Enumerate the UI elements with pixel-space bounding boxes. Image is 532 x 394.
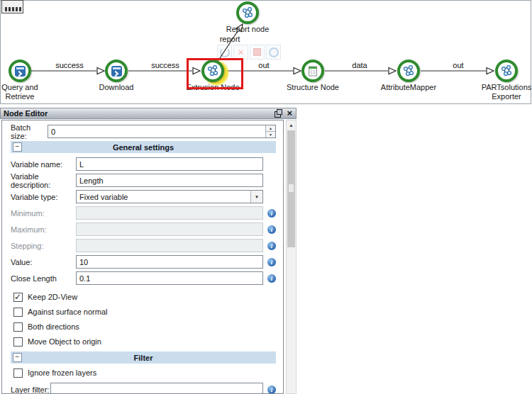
variable-type-label: Variable type:	[11, 193, 76, 201]
value-label: Value:	[11, 258, 76, 266]
close-length-label: Close Length	[11, 274, 76, 283]
variable-type-select[interactable]: Fixed variable ▼	[76, 190, 263, 203]
section-title: Filter	[11, 354, 276, 362]
variable-name-label: Variable name:	[11, 160, 76, 169]
minimum-label: Minimum:	[11, 209, 76, 218]
node-label: Download	[82, 83, 150, 92]
node-editor-titlebar[interactable]: Node Editor ×	[0, 108, 297, 119]
node-download[interactable]: Download	[82, 60, 150, 92]
edge-label-out-1: out	[258, 61, 269, 69]
close-length-row: Close Length i	[11, 271, 276, 285]
both-directions-row: Both directions	[13, 322, 276, 332]
minimum-row: Minimum: i	[11, 206, 276, 220]
workflow-canvas[interactable]: ✕ success success out data out report Qu…	[0, 0, 531, 104]
info-icon[interactable]: i	[267, 274, 276, 283]
node-label: AttributeMapper	[375, 83, 443, 92]
stepping-input	[76, 239, 263, 252]
batch-size-label: Batch size:	[11, 123, 48, 140]
value-input[interactable]	[76, 255, 263, 269]
info-icon[interactable]: i	[267, 385, 276, 394]
network-icon	[403, 65, 414, 77]
filter-header: − Filter	[11, 351, 276, 364]
node-ring	[201, 60, 224, 82]
node-attributemapper[interactable]: AttributeMapper	[375, 60, 443, 92]
close-length-input[interactable]	[76, 271, 263, 285]
info-icon[interactable]: i	[267, 258, 276, 266]
ignore-frozen-layers-row: Ignore frozen layers	[13, 368, 276, 378]
vertical-scrollbar[interactable]: ▲	[286, 120, 297, 394]
network-icon	[242, 7, 253, 18]
node-partsolutions-exporter[interactable]: PARTsolutionsExporter	[472, 60, 532, 101]
node-ring	[495, 60, 518, 82]
maximum-input	[76, 223, 263, 236]
edge-label-out-2: out	[453, 61, 463, 69]
keep-2d-view-row: Keep 2D-View	[13, 292, 276, 302]
edge-label-success-2: success	[151, 61, 179, 69]
node-structure[interactable]: Structure Node	[279, 60, 347, 92]
network-icon	[207, 65, 218, 77]
info-icon[interactable]: i	[267, 209, 276, 218]
scroll-up-icon[interactable]: ▲	[287, 120, 296, 130]
value-row: Value: i	[11, 255, 276, 269]
batch-size-row: Batch size: ▲▼	[11, 125, 276, 138]
stepping-label: Stepping:	[11, 242, 76, 250]
node-report[interactable]: Report node	[214, 1, 282, 34]
node-query-and-retrieve[interactable]: Query andRetrieve	[0, 60, 54, 101]
edge-label-success-1: success	[55, 61, 84, 69]
variable-type-row: Variable type: Fixed variable ▼	[11, 190, 276, 203]
node-label: Query and	[0, 83, 54, 92]
chevron-down-icon[interactable]: ▼	[250, 191, 262, 203]
against-surface-normal-row: Against surface normal	[13, 307, 276, 317]
variable-name-input[interactable]	[76, 157, 263, 171]
node-label: PARTsolutions	[472, 83, 532, 92]
info-icon[interactable]: i	[267, 225, 276, 234]
node-extrusion[interactable]: Extrusion Node	[179, 60, 247, 92]
ignore-frozen-layers-label: Ignore frozen layers	[28, 368, 96, 377]
move-object-to-origin-checkbox[interactable]	[13, 337, 23, 347]
node-ring	[397, 60, 420, 82]
node-ring	[105, 60, 128, 82]
move-object-to-origin-row: Move Object to origin	[13, 337, 276, 347]
info-icon[interactable]: i	[267, 242, 276, 250]
keep-2d-view-label: Keep 2D-View	[28, 293, 77, 301]
layer-filter-row: Layer filter: i	[11, 383, 276, 394]
network-icon	[501, 65, 512, 77]
scrollbar-grip	[289, 184, 294, 192]
variable-name-row: Variable name:	[11, 157, 276, 171]
spin-up-icon[interactable]: ▲	[265, 125, 275, 131]
minimum-input	[76, 206, 263, 220]
float-panel-icon[interactable]	[275, 111, 281, 118]
against-surface-normal-checkbox[interactable]	[13, 308, 23, 317]
node-ring	[236, 1, 259, 24]
node-editor-panel: Node Editor × Batch size: ▲▼ − General s…	[0, 108, 297, 394]
node-label: Structure Node	[279, 83, 347, 92]
layer-filter-input[interactable]	[50, 383, 263, 394]
console-icon	[111, 66, 122, 77]
stepping-row: Stepping: i	[11, 239, 276, 252]
node-label: Report node	[214, 25, 282, 34]
close-panel-icon[interactable]: ×	[287, 109, 292, 118]
panel-title: Node Editor	[4, 109, 275, 118]
spin-down-icon[interactable]: ▼	[265, 131, 275, 137]
section-title: General settings	[11, 143, 276, 152]
batch-size-stepper[interactable]: ▲▼	[265, 125, 275, 137]
keep-2d-view-checkbox[interactable]	[13, 293, 23, 302]
edge-label-report: report	[220, 35, 240, 43]
variable-description-input[interactable]	[76, 174, 263, 187]
maximum-label: Maximum:	[11, 225, 76, 234]
move-object-to-origin-label: Move Object to origin	[28, 337, 101, 346]
console-icon	[15, 66, 26, 77]
sheet-icon	[308, 66, 318, 77]
variable-description-label: Variable description:	[11, 172, 76, 189]
scrollbar-thumb[interactable]	[287, 130, 295, 247]
node-ring	[301, 60, 324, 82]
both-directions-label: Both directions	[28, 322, 79, 331]
variable-description-row: Variable description:	[11, 174, 276, 187]
batch-size-input[interactable]	[48, 125, 276, 138]
against-surface-normal-label: Against surface normal	[28, 308, 108, 316]
edge-label-data: data	[352, 61, 367, 69]
ignore-frozen-layers-checkbox[interactable]	[13, 368, 23, 378]
node-editor-body: Batch size: ▲▼ − General settings Variab…	[1, 120, 284, 394]
both-directions-checkbox[interactable]	[13, 322, 23, 332]
node-ring	[9, 60, 31, 82]
